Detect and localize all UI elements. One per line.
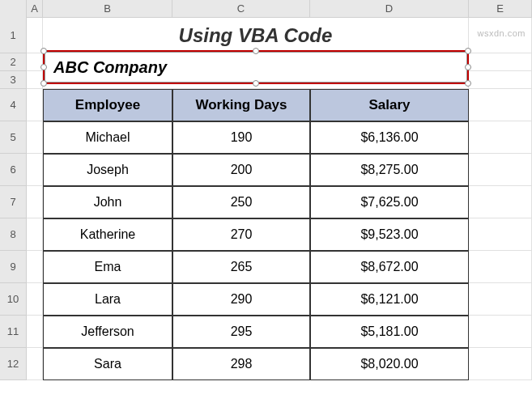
table-cell-working-days[interactable]: 290 (172, 283, 310, 316)
table-cell-salary[interactable]: $5,181.00 (310, 316, 469, 348)
resize-handle-icon[interactable] (253, 48, 259, 54)
resize-handle-icon[interactable] (40, 80, 47, 87)
table-cell-salary[interactable]: $8,020.00 (310, 348, 469, 380)
resize-handle-icon[interactable] (40, 64, 47, 70)
col-header-B[interactable]: B (43, 0, 172, 17)
resize-handle-icon[interactable] (253, 80, 259, 87)
column-headers: A B C D E (0, 0, 532, 18)
table-cell-working-days[interactable]: 250 (172, 186, 310, 218)
cell-A10[interactable] (27, 283, 43, 316)
table-cell-salary[interactable]: $8,275.00 (310, 154, 469, 186)
watermark-text: wsxdn.com (477, 28, 526, 38)
row-header-5[interactable]: 5 (0, 121, 27, 154)
table-cell-working-days[interactable]: 298 (172, 348, 310, 380)
table-cell-employee[interactable]: Ema (43, 251, 172, 283)
cell-E2[interactable] (469, 53, 532, 71)
cell-A3[interactable] (27, 71, 43, 89)
textbox-selection[interactable]: ABC Company (43, 50, 469, 84)
cell-A7[interactable] (27, 186, 43, 218)
row-header-9[interactable]: 9 (0, 251, 27, 283)
cell-A11[interactable] (27, 316, 43, 348)
textbox-text: ABC Company (53, 58, 167, 77)
select-all-corner[interactable] (0, 0, 27, 18)
resize-handle-icon[interactable] (465, 80, 471, 87)
table-cell-salary[interactable]: $8,672.00 (310, 251, 469, 283)
cell-E10[interactable] (469, 283, 532, 316)
table-cell-working-days[interactable]: 200 (172, 154, 310, 186)
table-cell-working-days[interactable]: 265 (172, 251, 310, 283)
cell-A9[interactable] (27, 251, 43, 283)
cell-A5[interactable] (27, 121, 43, 154)
table-cell-salary[interactable]: $9,523.00 (310, 218, 469, 251)
table-cell-salary[interactable]: $6,136.00 (310, 121, 469, 154)
cell-E12[interactable] (469, 348, 532, 380)
table-cell-salary[interactable]: $7,625.00 (310, 186, 469, 218)
row-header-6[interactable]: 6 (0, 154, 27, 186)
col-header-A[interactable]: A (27, 0, 43, 17)
cell-E7[interactable] (469, 186, 532, 218)
table-cell-employee[interactable]: Jefferson (43, 316, 172, 348)
cell-E9[interactable] (469, 251, 532, 283)
table-cell-salary[interactable]: $6,121.00 (310, 283, 469, 316)
row-header-7[interactable]: 7 (0, 186, 27, 218)
textbox[interactable]: ABC Company (45, 52, 467, 83)
row-header-2[interactable]: 2 (0, 53, 27, 71)
cell-E8[interactable] (469, 218, 532, 251)
row-header-10[interactable]: 10 (0, 283, 27, 316)
cell-E4[interactable] (469, 89, 532, 121)
cell-E11[interactable] (469, 316, 532, 348)
row-header-1[interactable]: 1 (0, 18, 27, 53)
header-employee[interactable]: Employee (43, 89, 172, 121)
cell-E6[interactable] (469, 154, 532, 186)
table-cell-working-days[interactable]: 190 (172, 121, 310, 154)
row-header-11[interactable]: 11 (0, 316, 27, 348)
row-header-3[interactable]: 3 (0, 71, 27, 89)
resize-handle-icon[interactable] (40, 48, 47, 54)
row-header-4[interactable]: 4 (0, 89, 27, 121)
resize-handle-icon[interactable] (465, 64, 471, 70)
table-cell-employee[interactable]: Katherine (43, 218, 172, 251)
table-cell-employee[interactable]: Joseph (43, 154, 172, 186)
header-salary[interactable]: Salary (310, 89, 469, 121)
col-header-D[interactable]: D (310, 0, 469, 17)
table-cell-employee[interactable]: Michael (43, 121, 172, 154)
table-cell-employee[interactable]: John (43, 186, 172, 218)
cell-E3[interactable] (469, 71, 532, 89)
row-header-12[interactable]: 12 (0, 348, 27, 380)
table-cell-employee[interactable]: Lara (43, 283, 172, 316)
col-header-C[interactable]: C (172, 0, 310, 17)
cell-A4[interactable] (27, 89, 43, 121)
cell-A12[interactable] (27, 348, 43, 380)
col-header-E[interactable]: E (469, 0, 532, 17)
table-cell-working-days[interactable]: 270 (172, 218, 310, 251)
resize-handle-icon[interactable] (465, 48, 471, 54)
cell-E5[interactable] (469, 121, 532, 154)
row-header-8[interactable]: 8 (0, 218, 27, 251)
table-cell-working-days[interactable]: 295 (172, 316, 310, 348)
cell-A8[interactable] (27, 218, 43, 251)
table-cell-employee[interactable]: Sara (43, 348, 172, 380)
cell-A6[interactable] (27, 154, 43, 186)
header-working-days[interactable]: Working Days (172, 89, 310, 121)
